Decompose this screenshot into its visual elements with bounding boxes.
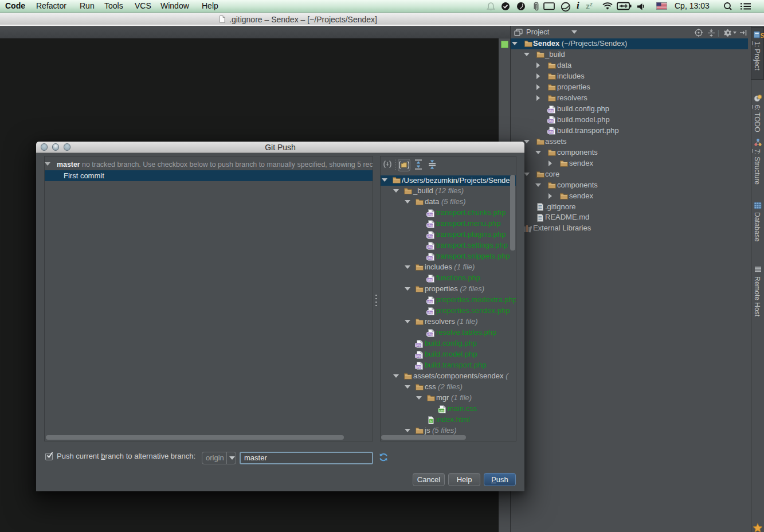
svg-text:php: php	[427, 256, 432, 260]
svg-text:php: php	[427, 300, 432, 303]
svg-text:php: php	[427, 311, 432, 314]
svg-text:S: S	[761, 31, 764, 39]
svg-text:php: php	[548, 109, 554, 112]
svg-text:php: php	[548, 130, 554, 134]
svg-text:php: php	[416, 354, 421, 358]
svg-text:php: php	[427, 278, 432, 281]
svg-text:php: php	[427, 213, 432, 216]
svg-text:php: php	[427, 224, 432, 227]
svg-text:php: php	[416, 365, 421, 369]
svg-text:php: php	[427, 332, 432, 336]
svg-text:h: h	[430, 419, 432, 423]
svg-text:php: php	[548, 119, 554, 123]
svg-text:css: css	[438, 409, 444, 412]
svg-text:php: php	[427, 245, 432, 249]
svg-text:php: php	[416, 343, 421, 347]
svg-text:php: php	[427, 234, 432, 238]
